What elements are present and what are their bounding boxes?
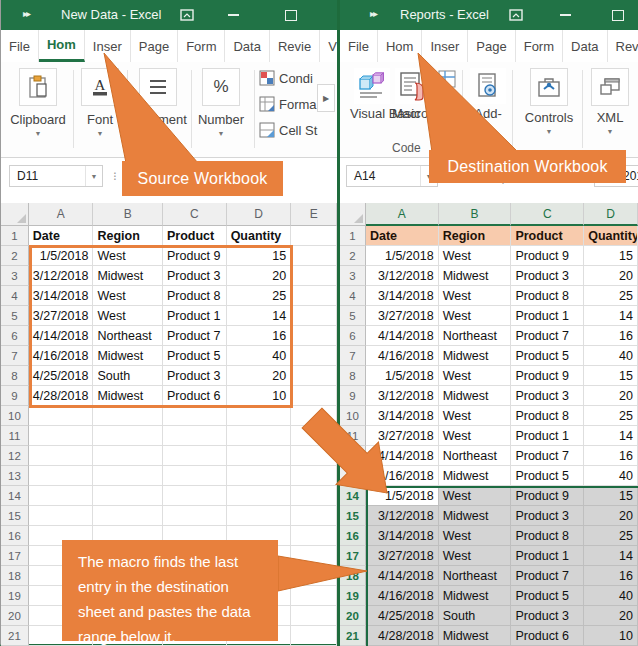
cell-B19[interactable]: Midwest bbox=[439, 586, 512, 606]
cell-E9[interactable] bbox=[291, 386, 337, 406]
cell-B7[interactable]: Midwest bbox=[93, 346, 163, 366]
row-header-8[interactable]: 8 bbox=[340, 366, 366, 386]
cell-B8[interactable]: West bbox=[439, 366, 512, 386]
cell-B9[interactable]: Midwest bbox=[439, 386, 512, 406]
cell-C18[interactable]: Product 7 bbox=[511, 566, 584, 586]
row-header-3[interactable]: 3 bbox=[1, 266, 29, 286]
cell-C8[interactable]: Product 3 bbox=[163, 366, 227, 386]
cell-C15[interactable]: Product 3 bbox=[511, 506, 584, 526]
cell-A14[interactable]: 1/5/2018 bbox=[366, 486, 439, 506]
minimize-button[interactable] bbox=[555, 6, 575, 24]
cell-D10[interactable] bbox=[227, 406, 292, 426]
cell-B3[interactable]: Midwest bbox=[93, 266, 163, 286]
cell-styles-button[interactable]: Cell St bbox=[259, 122, 317, 138]
visual-basic-button[interactable]: Visual Basic bbox=[350, 68, 394, 121]
cell-A5[interactable]: 3/27/2018 bbox=[29, 306, 94, 326]
maximize-button[interactable] bbox=[608, 6, 628, 24]
tab-file[interactable]: File bbox=[340, 30, 378, 62]
name-box[interactable]: A14 ▼ bbox=[346, 165, 438, 187]
cell-E11[interactable] bbox=[291, 426, 337, 446]
row-header-2[interactable]: 2 bbox=[1, 246, 29, 266]
minimize-button[interactable] bbox=[223, 6, 243, 24]
cell-A1[interactable]: Date bbox=[366, 226, 439, 246]
cell-C1[interactable]: Product bbox=[511, 226, 584, 246]
row-header-5[interactable]: 5 bbox=[340, 306, 366, 326]
cell-E1[interactable] bbox=[291, 226, 337, 246]
select-all-corner[interactable] bbox=[340, 203, 366, 226]
row-header-2[interactable]: 2 bbox=[340, 246, 366, 266]
ribbon-scroll-right-button[interactable]: ▶ bbox=[317, 84, 335, 112]
cell-B10[interactable] bbox=[93, 406, 163, 426]
cell-D9[interactable]: 10 bbox=[227, 386, 292, 406]
cell-C11[interactable] bbox=[163, 426, 227, 446]
cell-D10[interactable]: 25 bbox=[584, 406, 638, 426]
tab-inser[interactable]: Inser bbox=[85, 30, 131, 62]
cell-D15[interactable]: 20 bbox=[584, 506, 638, 526]
cell-D8[interactable]: 15 bbox=[584, 366, 638, 386]
cell-B10[interactable]: West bbox=[439, 406, 512, 426]
cell-B5[interactable]: West bbox=[93, 306, 163, 326]
cell-D8[interactable]: 20 bbox=[227, 366, 292, 386]
cell-D17[interactable]: 14 bbox=[584, 546, 638, 566]
tab-data[interactable]: Data bbox=[563, 30, 607, 62]
row-header-14[interactable]: 14 bbox=[1, 486, 29, 506]
cell-D15[interactable] bbox=[227, 506, 292, 526]
cell-A7[interactable]: 4/16/2018 bbox=[366, 346, 439, 366]
tab-inser[interactable]: Inser bbox=[422, 30, 468, 62]
xml-button[interactable]: XML▼ bbox=[588, 68, 632, 135]
cell-C14[interactable] bbox=[163, 486, 227, 506]
cell-A2[interactable]: 1/5/2018 bbox=[29, 246, 94, 266]
cell-B13[interactable] bbox=[93, 466, 163, 486]
cell-E14[interactable] bbox=[291, 486, 337, 506]
cell-C5[interactable]: Product 1 bbox=[163, 306, 227, 326]
cell-D11[interactable] bbox=[227, 426, 292, 446]
tab-form[interactable]: Form bbox=[516, 30, 563, 62]
cell-A12[interactable]: 4/14/2018 bbox=[366, 446, 439, 466]
cell-A18[interactable]: 4/14/2018 bbox=[366, 566, 439, 586]
cell-E3[interactable] bbox=[291, 266, 337, 286]
name-box-dropdown-icon[interactable]: ▼ bbox=[85, 166, 102, 186]
name-box[interactable]: D11 ▼ bbox=[9, 165, 103, 187]
column-header-d[interactable]: D bbox=[227, 203, 292, 226]
cell-C10[interactable]: Product 8 bbox=[511, 406, 584, 426]
use-relative-references-icon[interactable] bbox=[438, 70, 456, 88]
row-header-21[interactable]: 21 bbox=[1, 626, 29, 646]
cell-D4[interactable]: 25 bbox=[584, 286, 638, 306]
cell-B4[interactable]: West bbox=[93, 286, 163, 306]
row-header-9[interactable]: 9 bbox=[340, 386, 366, 406]
row-header-9[interactable]: 9 bbox=[1, 386, 29, 406]
cell-E4[interactable] bbox=[291, 286, 337, 306]
ribbon-display-options-button[interactable] bbox=[177, 6, 197, 24]
cell-E15[interactable] bbox=[291, 506, 337, 526]
row-header-7[interactable]: 7 bbox=[340, 346, 366, 366]
macro-security-warning-icon[interactable] bbox=[438, 112, 458, 130]
cell-C12[interactable]: Product 7 bbox=[511, 446, 584, 466]
cell-B3[interactable]: Midwest bbox=[439, 266, 512, 286]
cell-D6[interactable]: 16 bbox=[584, 326, 638, 346]
cell-E7[interactable] bbox=[291, 346, 337, 366]
cell-C10[interactable] bbox=[163, 406, 227, 426]
cell-A10[interactable] bbox=[29, 406, 94, 426]
column-header-d[interactable]: D bbox=[584, 203, 638, 226]
cell-E13[interactable] bbox=[291, 466, 337, 486]
cell-C2[interactable]: Product 9 bbox=[511, 246, 584, 266]
cell-C13[interactable] bbox=[163, 466, 227, 486]
cell-D18[interactable]: 16 bbox=[584, 566, 638, 586]
row-header-8[interactable]: 8 bbox=[1, 366, 29, 386]
cell-C11[interactable]: Product 1 bbox=[511, 426, 584, 446]
cell-D19[interactable]: 40 bbox=[584, 586, 638, 606]
cell-C4[interactable]: Product 8 bbox=[511, 286, 584, 306]
cell-A8[interactable]: 4/25/2018 bbox=[29, 366, 94, 386]
cell-C7[interactable]: Product 5 bbox=[163, 346, 227, 366]
cell-A17[interactable]: 3/27/2018 bbox=[366, 546, 439, 566]
cell-E12[interactable] bbox=[291, 446, 337, 466]
cell-C21[interactable]: Product 6 bbox=[511, 626, 584, 646]
alignment-group-button[interactable]: Alignment▼ bbox=[123, 68, 193, 137]
cell-D7[interactable]: 40 bbox=[584, 346, 638, 366]
row-header-18[interactable]: 18 bbox=[1, 566, 29, 586]
row-header-11[interactable]: 11 bbox=[1, 426, 29, 446]
cell-B12[interactable] bbox=[93, 446, 163, 466]
cell-B1[interactable]: Region bbox=[439, 226, 512, 246]
cell-A4[interactable]: 3/14/2018 bbox=[366, 286, 439, 306]
cell-D12[interactable]: 16 bbox=[584, 446, 638, 466]
